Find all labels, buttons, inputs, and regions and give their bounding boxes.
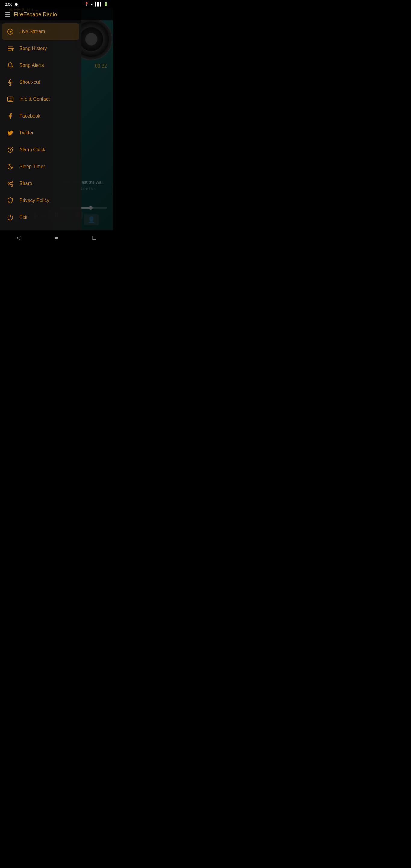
navigation-drawer: KFEX 93.1 FM FireEscape Radio Live Strea… [0,0,81,245]
recents-button[interactable]: □ [85,231,103,244]
mic-icon [6,78,14,87]
facebook-icon [6,112,14,120]
menu-item-exit[interactable]: Exit [0,209,81,226]
clock: 2:00 [5,2,12,7]
home-button[interactable]: ● [48,231,66,244]
info-contact-label: Info & Contact [19,96,50,102]
record-icon: ⏺ [14,2,19,7]
svg-point-20 [11,185,13,187]
sleep-timer-label: Sleep Timer [19,164,45,169]
location-icon: 📍 [84,2,89,6]
menu-item-share[interactable]: Share [0,175,81,192]
menu-item-twitter[interactable]: Twitter [0,124,81,141]
svg-point-18 [11,181,13,183]
twitter-label: Twitter [19,130,33,135]
menu-item-facebook[interactable]: Facebook [0,107,81,124]
wifi-icon: ▲ [90,2,94,6]
menu-item-info-contact[interactable]: Info & Contact [0,91,81,107]
play-icon [6,27,14,36]
back-icon: ◁ [17,234,21,241]
share-label: Share [19,181,32,186]
app-title: FireEscape Radio [14,11,57,18]
menu-hamburger-icon[interactable]: ☰ [5,11,10,18]
song-alerts-label: Song Alerts [19,63,44,68]
contact-card-info-icon [6,95,14,103]
list-music-icon [6,44,14,53]
svg-line-22 [9,182,11,183]
home-icon: ● [55,234,58,241]
status-time: 2:00 ⏺ [5,2,19,7]
recents-icon: □ [92,234,96,241]
status-icons: 📍 ▲ ▌▌▌ 🔋 [84,2,108,6]
menu-item-sleep-timer[interactable]: Sleep Timer [0,158,81,175]
svg-marker-1 [10,30,12,33]
alarm-clock-label: Alarm Clock [19,147,45,153]
power-icon [6,213,14,221]
menu-item-song-alerts[interactable]: Song Alerts [0,57,81,74]
shout-out-label: Shout-out [19,80,40,85]
battery-icon: 🔋 [104,2,108,6]
svg-line-21 [9,184,11,185]
menu-item-song-history[interactable]: Song History [0,40,81,57]
menu-item-live-stream[interactable]: Live Stream [2,23,79,40]
svg-point-19 [8,183,10,184]
signal-icon: ▌▌▌ [95,2,102,6]
menu-item-alarm-clock[interactable]: Alarm Clock [0,141,81,158]
bell-icon [6,61,14,70]
shield-icon [6,196,14,205]
twitter-icon [6,129,14,137]
android-nav-bar: ◁ ● □ [0,230,113,245]
facebook-label: Facebook [19,113,40,119]
menu-item-privacy-policy[interactable]: Privacy Policy [0,192,81,209]
svg-rect-7 [9,80,11,83]
song-history-label: Song History [19,46,47,51]
alarm-icon [6,146,14,154]
app-toolbar: ☰ FireEscape Radio [0,8,113,21]
status-bar: 2:00 ⏺ 📍 ▲ ▌▌▌ 🔋 [0,0,113,8]
share-icon [6,179,14,188]
menu-item-shout-out[interactable]: Shout-out [0,74,81,91]
back-button[interactable]: ◁ [10,231,28,244]
svg-line-16 [7,147,8,148]
exit-label: Exit [19,215,27,220]
privacy-policy-label: Privacy Policy [19,198,50,203]
moon-icon [6,162,14,171]
live-stream-label: Live Stream [19,29,45,34]
svg-line-17 [12,147,13,148]
